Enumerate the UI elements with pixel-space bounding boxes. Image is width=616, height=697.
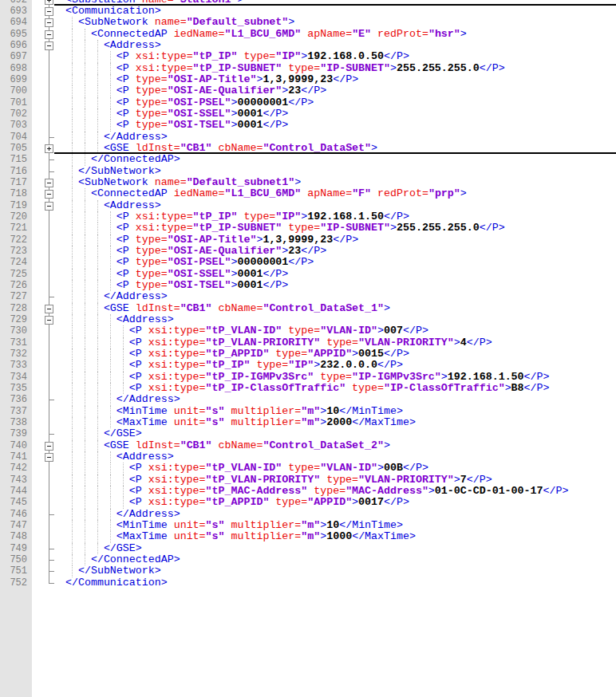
code-line-text[interactable]: </Communication> [64,577,616,589]
code-line-text[interactable]: <P xsi:type="tP_VLAN-PRIORITY" type="VLA… [64,475,616,486]
line-number[interactable]: 731 [0,337,32,348]
code-line-text[interactable]: <P type="OSI-SSEL">0001</P> [64,108,616,120]
line-number[interactable]: 738 [0,417,32,428]
line-number[interactable]: 744 [0,486,32,497]
code-line-text[interactable]: <P xsi:type="tP_IP-SUBNET" type="IP-SUBN… [64,222,616,234]
code-line-text[interactable]: <P xsi:type="tP_IP" type="IP">192.168.0.… [64,51,616,62]
code-line-text[interactable]: <P xsi:type="tP_IP" type="IP">232.0.0.0<… [64,360,616,371]
line-number[interactable]: 705 [0,143,32,154]
line-number[interactable]: 752 [0,577,32,589]
fold-expand-icon[interactable] [45,0,53,5]
line-number[interactable]: 703 [0,120,32,131]
code-line-text[interactable]: <Communication> [64,6,616,17]
line-number[interactable]: 701 [0,97,32,108]
code-line-text[interactable]: <Address> [64,451,616,463]
line-number[interactable]: 716 [0,166,32,177]
line-number[interactable]: 695 [0,29,32,40]
line-number[interactable]: 692 [0,0,32,6]
line-number[interactable]: 742 [0,463,32,474]
line-number[interactable]: 748 [0,531,32,542]
line-number[interactable]: 723 [0,246,32,257]
line-number[interactable]: 747 [0,520,32,531]
line-number[interactable]: 726 [0,280,32,291]
code-line-text[interactable]: <SubNetwork name="Default_subnet"> [64,17,616,28]
line-number[interactable]: 699 [0,74,32,85]
code-line-text[interactable]: </SubNetwork> [64,166,616,177]
line-number[interactable]: 737 [0,406,32,417]
code-line-text[interactable]: <ConnectedAP iedName="L1_BCU_6MD" apName… [64,188,616,199]
line-number[interactable]: 735 [0,383,32,394]
line-number[interactable]: 730 [0,325,32,337]
code-line-text[interactable]: <P type="OSI-PSEL">00000001</P> [64,97,616,108]
line-number[interactable]: 715 [0,154,32,165]
fold-collapse-icon[interactable] [45,190,53,199]
code-line-text[interactable]: <P xsi:type="tP_IP-SUBNET" type="IP-SUBN… [64,63,616,74]
line-number[interactable]: 736 [0,394,32,405]
line-number[interactable]: 728 [0,303,32,314]
line-number[interactable]: 732 [0,348,32,360]
fold-collapse-icon[interactable] [45,305,53,313]
line-number[interactable]: 717 [0,177,32,188]
code-line-text[interactable]: <P type="OSI-AP-Title">1,3,9999,23</P> [64,234,616,246]
line-number[interactable]: 750 [0,554,32,565]
code-line-text[interactable]: <P xsi:type="tP_IP-IGMPv3Src" type="IP-I… [64,372,616,383]
line-number[interactable]: 749 [0,543,32,554]
line-number[interactable]: 743 [0,475,32,486]
fold-collapse-icon[interactable] [45,202,53,211]
code-line-text[interactable]: <P xsi:type="tP_VLAN-ID" type="VLAN-ID">… [64,325,616,337]
line-number[interactable]: 725 [0,269,32,280]
code-line-text[interactable]: <P xsi:type="tP_MAC-Address" type="MAC-A… [64,486,616,497]
code-line-text[interactable]: <P type="OSI-AE-Qualifier">23</P> [64,246,616,257]
line-number[interactable]: 719 [0,200,32,211]
code-line-text[interactable]: </Address> [64,132,616,143]
line-number[interactable]: 741 [0,451,32,463]
code-line-text[interactable]: <Address> [64,200,616,211]
fold-collapse-icon[interactable] [45,453,53,462]
line-number[interactable]: 746 [0,509,32,520]
line-number[interactable]: 733 [0,360,32,371]
fold-expand-icon[interactable] [45,144,53,153]
code-line-text[interactable]: <P xsi:type="tP_VLAN-PRIORITY" type="VLA… [64,337,616,348]
line-number[interactable]: 697 [0,51,32,62]
line-number[interactable]: 718 [0,188,32,199]
line-number[interactable]: 724 [0,257,32,268]
code-line-text[interactable]: </Address> [64,291,616,302]
code-line-text[interactable]: <P type="OSI-TSEL">0001</P> [64,280,616,291]
code-line-text[interactable]: <P xsi:type="tP_APPID" type="APPID">0017… [64,497,616,508]
code-line-text[interactable]: <MaxTime unit="s" multiplier="m">2000</M… [64,417,616,428]
code-line-text[interactable]: <P type="OSI-PSEL">00000001</P> [64,257,616,268]
code-line-text[interactable]: <MaxTime unit="s" multiplier="m">1000</M… [64,531,616,542]
code-line-text[interactable]: </ConnectedAP> [64,554,616,565]
line-number[interactable]: 696 [0,40,32,51]
line-number[interactable]: 720 [0,211,32,222]
line-number[interactable]: 739 [0,428,32,439]
line-number[interactable]: 734 [0,372,32,383]
fold-collapse-icon[interactable] [45,7,53,16]
code-line-text[interactable]: </Address> [64,509,616,520]
code-line-text[interactable]: </Address> [64,394,616,405]
line-number[interactable]: 698 [0,63,32,74]
line-number[interactable]: 751 [0,565,32,577]
code-line-text[interactable]: <P type="OSI-TSEL">0001</P> [64,120,616,131]
code-line-text[interactable]: </ConnectedAP> [64,154,616,165]
code-line-text[interactable]: <P xsi:type="tP_IP" type="IP">192.168.1.… [64,211,616,222]
code-line-text[interactable]: <P type="OSI-SSEL">0001</P> [64,269,616,280]
line-number[interactable]: 704 [0,132,32,143]
line-number[interactable]: 745 [0,497,32,508]
code-line-text[interactable]: </SubNetwork> [64,565,616,577]
code-line-text[interactable]: <GSE ldInst="CB1" cbName="Control_DataSe… [64,440,616,451]
code-line-text[interactable]: <ConnectedAP iedName="L1_BCU_6MD" apName… [64,29,616,40]
code-line-text[interactable]: <P type="OSI-AE-Qualifier">23</P> [64,85,616,96]
code-line-text[interactable]: <P type="OSI-AP-Title">1,3,9999,23</P> [64,74,616,85]
fold-collapse-icon[interactable] [45,30,53,39]
code-line-text[interactable]: <GSE ldInst="CB1" cbName="Control_DataSe… [64,303,616,314]
fold-collapse-icon[interactable] [45,179,53,187]
code-line-text[interactable]: </GSE> [64,543,616,554]
code-line-text[interactable]: <MinTime unit="s" multiplier="m">10</Min… [64,520,616,531]
line-number[interactable]: 721 [0,222,32,234]
code-line-text[interactable]: <MinTime unit="s" multiplier="m">10</Min… [64,406,616,417]
fold-collapse-icon[interactable] [45,442,53,451]
code-line-text[interactable]: <P xsi:type="tP_IP-ClassOfTraffic" type=… [64,383,616,394]
line-number[interactable]: 722 [0,234,32,246]
fold-collapse-icon[interactable] [45,316,53,325]
